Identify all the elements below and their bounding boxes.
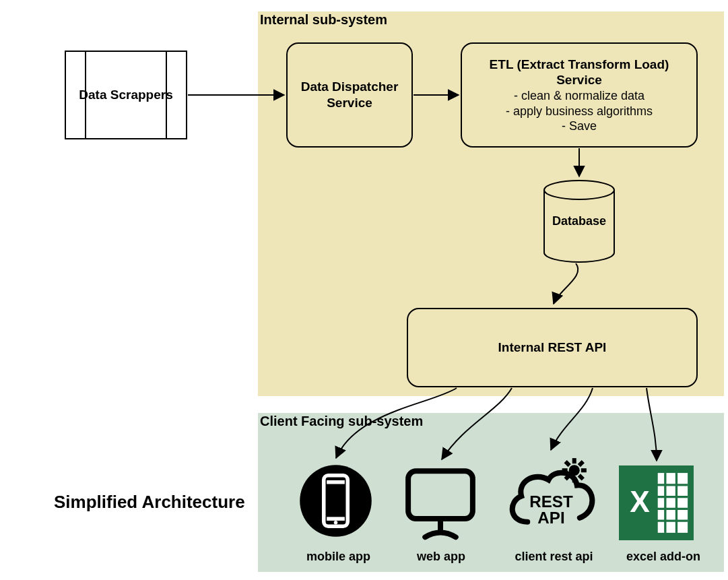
node-etl-service: ETL (Extract Transform Load) Service - c… (461, 42, 698, 148)
web-app-label: web app (397, 550, 485, 564)
node-etl-title: ETL (Extract Transform Load) Service (466, 57, 692, 89)
client-rest-api-label: client rest api (498, 550, 609, 564)
diagram-title: Simplified Architecture (54, 492, 245, 513)
internal-subsystem-label: Internal sub-system (260, 12, 387, 28)
svg-line-13 (566, 461, 570, 465)
client-rest-api-icon: REST API (504, 454, 599, 538)
node-etl-line2: - apply business algorithms (506, 104, 653, 119)
node-data-dispatcher: Data Dispatcher Service (286, 42, 413, 148)
node-etl-line3: - Save (562, 119, 597, 134)
node-data-scrappers: Data Scrappers (65, 51, 187, 139)
mobile-app-label: mobile app (290, 550, 387, 564)
svg-point-5 (334, 521, 338, 525)
client-subsystem-label: Client Facing sub-system (260, 414, 423, 429)
svg-rect-6 (408, 471, 473, 519)
node-database-label: Database (543, 214, 616, 228)
svg-text:X: X (630, 485, 650, 518)
svg-line-14 (579, 475, 583, 479)
excel-addon-icon: X (619, 465, 694, 540)
svg-text:API: API (537, 509, 564, 527)
mobile-app-icon (298, 463, 373, 538)
svg-rect-20 (655, 473, 688, 533)
excel-addon-label: excel add-on (613, 550, 714, 564)
node-data-dispatcher-label: Data Dispatcher Service (292, 79, 407, 111)
node-internal-rest-api-label: Internal REST API (498, 340, 607, 356)
svg-text:REST: REST (529, 492, 573, 511)
node-data-scrappers-label: Data Scrappers (79, 87, 172, 103)
svg-point-8 (569, 465, 580, 476)
svg-point-0 (544, 181, 614, 199)
svg-line-15 (566, 475, 570, 479)
node-etl-line1: - clean & normalize data (514, 88, 644, 104)
node-internal-rest-api: Internal REST API (407, 308, 698, 387)
svg-line-16 (579, 461, 583, 465)
web-app-icon (402, 465, 479, 540)
